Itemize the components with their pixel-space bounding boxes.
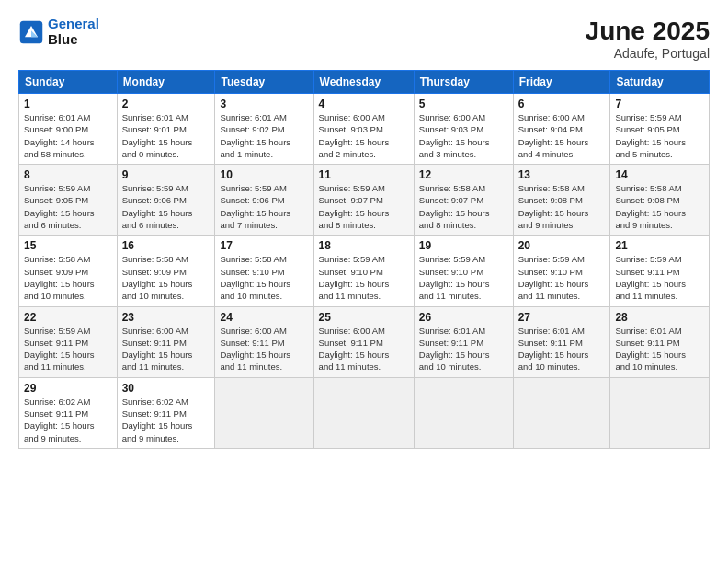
- day-info: Sunrise: 6:01 AMSunset: 9:11 PMDaylight:…: [518, 325, 606, 373]
- calendar-subtitle: Adaufe, Portugal: [586, 46, 710, 61]
- day-info: Sunrise: 5:58 AMSunset: 9:07 PMDaylight:…: [419, 182, 508, 231]
- calendar-cell: 26Sunrise: 6:01 AMSunset: 9:11 PMDayligh…: [414, 306, 513, 377]
- day-info: Sunrise: 5:59 AMSunset: 9:10 PMDaylight:…: [518, 253, 606, 302]
- weekday-header: Wednesday: [313, 71, 414, 94]
- calendar-cell: 4Sunrise: 6:00 AMSunset: 9:03 PMDaylight…: [313, 94, 414, 165]
- day-number: 28: [615, 311, 704, 324]
- calendar-cell: 11Sunrise: 5:59 AMSunset: 9:07 PMDayligh…: [313, 165, 414, 236]
- day-info: Sunrise: 5:58 AMSunset: 9:08 PMDaylight:…: [615, 182, 704, 231]
- day-info: Sunrise: 6:01 AMSunset: 9:02 PMDaylight:…: [220, 111, 308, 160]
- day-number: 14: [615, 168, 704, 181]
- logo-icon: [18, 19, 44, 45]
- calendar-cell: 19Sunrise: 5:59 AMSunset: 9:10 PMDayligh…: [414, 236, 513, 306]
- day-number: 17: [220, 239, 308, 252]
- calendar-cell: 15Sunrise: 5:58 AMSunset: 9:09 PMDayligh…: [19, 236, 118, 306]
- weekday-header: Sunday: [19, 71, 118, 94]
- calendar-cell: 21Sunrise: 5:59 AMSunset: 9:11 PMDayligh…: [610, 236, 710, 306]
- day-number: 4: [319, 98, 409, 110]
- day-number: 27: [518, 311, 606, 324]
- day-number: 20: [518, 239, 606, 252]
- logo: General Blue: [18, 17, 99, 47]
- day-number: 11: [319, 168, 409, 181]
- day-info: Sunrise: 5:58 AMSunset: 9:09 PMDaylight:…: [122, 253, 210, 302]
- calendar-week-row: 29Sunrise: 6:02 AMSunset: 9:11 PMDayligh…: [19, 377, 710, 448]
- weekday-header: Monday: [117, 71, 215, 94]
- day-info: Sunrise: 6:02 AMSunset: 9:11 PMDaylight:…: [24, 396, 112, 444]
- day-info: Sunrise: 5:59 AMSunset: 9:06 PMDaylight:…: [220, 182, 308, 231]
- calendar-title: June 2025: [586, 17, 710, 46]
- calendar-cell: 23Sunrise: 6:00 AMSunset: 9:11 PMDayligh…: [117, 306, 215, 377]
- day-info: Sunrise: 6:00 AMSunset: 9:11 PMDaylight:…: [220, 325, 308, 373]
- calendar-cell: 1Sunrise: 6:01 AMSunset: 9:00 PMDaylight…: [19, 94, 118, 165]
- day-info: Sunrise: 5:58 AMSunset: 9:09 PMDaylight:…: [24, 253, 112, 302]
- calendar-cell: 27Sunrise: 6:01 AMSunset: 9:11 PMDayligh…: [513, 306, 610, 377]
- calendar-cell: 3Sunrise: 6:01 AMSunset: 9:02 PMDaylight…: [215, 94, 313, 165]
- day-number: 3: [220, 98, 308, 110]
- calendar-cell: [414, 377, 513, 448]
- day-info: Sunrise: 6:01 AMSunset: 9:11 PMDaylight:…: [419, 325, 508, 373]
- day-info: Sunrise: 6:01 AMSunset: 9:00 PMDaylight:…: [24, 111, 112, 160]
- day-number: 21: [615, 239, 704, 252]
- day-info: Sunrise: 6:01 AMSunset: 9:11 PMDaylight:…: [615, 325, 704, 373]
- calendar-table: SundayMondayTuesdayWednesdayThursdayFrid…: [18, 70, 710, 449]
- calendar-cell: [513, 377, 610, 448]
- day-number: 9: [122, 168, 210, 181]
- page: General Blue June 2025 Adaufe, Portugal …: [0, 0, 728, 563]
- day-info: Sunrise: 5:59 AMSunset: 9:05 PMDaylight:…: [24, 182, 112, 231]
- day-info: Sunrise: 5:58 AMSunset: 9:08 PMDaylight:…: [518, 182, 606, 231]
- calendar-cell: [313, 377, 414, 448]
- day-info: Sunrise: 6:00 AMSunset: 9:11 PMDaylight:…: [319, 325, 409, 373]
- calendar-cell: 30Sunrise: 6:02 AMSunset: 9:11 PMDayligh…: [117, 377, 215, 448]
- calendar-cell: 17Sunrise: 5:58 AMSunset: 9:10 PMDayligh…: [215, 236, 313, 306]
- calendar-cell: 28Sunrise: 6:01 AMSunset: 9:11 PMDayligh…: [610, 306, 710, 377]
- weekday-header: Saturday: [610, 71, 710, 94]
- calendar-cell: 5Sunrise: 6:00 AMSunset: 9:03 PMDaylight…: [414, 94, 513, 165]
- calendar-cell: 6Sunrise: 6:00 AMSunset: 9:04 PMDaylight…: [513, 94, 610, 165]
- calendar-cell: 20Sunrise: 5:59 AMSunset: 9:10 PMDayligh…: [513, 236, 610, 306]
- calendar-cell: [215, 377, 313, 448]
- day-info: Sunrise: 5:59 AMSunset: 9:10 PMDaylight:…: [319, 253, 409, 302]
- calendar-cell: 22Sunrise: 5:59 AMSunset: 9:11 PMDayligh…: [19, 306, 118, 377]
- day-info: Sunrise: 6:00 AMSunset: 9:03 PMDaylight:…: [419, 111, 508, 160]
- day-info: Sunrise: 6:00 AMSunset: 9:04 PMDaylight:…: [518, 111, 606, 160]
- day-info: Sunrise: 5:58 AMSunset: 9:10 PMDaylight:…: [220, 253, 308, 302]
- logo-text: General Blue: [48, 17, 99, 47]
- day-number: 12: [419, 168, 508, 181]
- day-number: 23: [122, 311, 210, 324]
- header: General Blue June 2025 Adaufe, Portugal: [18, 17, 710, 61]
- calendar-cell: 9Sunrise: 5:59 AMSunset: 9:06 PMDaylight…: [117, 165, 215, 236]
- calendar-cell: 18Sunrise: 5:59 AMSunset: 9:10 PMDayligh…: [313, 236, 414, 306]
- day-number: 2: [122, 98, 210, 110]
- day-info: Sunrise: 6:00 AMSunset: 9:03 PMDaylight:…: [319, 111, 409, 160]
- day-number: 18: [319, 239, 409, 252]
- day-info: Sunrise: 5:59 AMSunset: 9:07 PMDaylight:…: [319, 182, 409, 231]
- calendar-cell: 24Sunrise: 6:00 AMSunset: 9:11 PMDayligh…: [215, 306, 313, 377]
- day-number: 13: [518, 168, 606, 181]
- calendar-cell: [610, 377, 710, 448]
- day-number: 25: [319, 311, 409, 324]
- day-number: 29: [24, 382, 112, 395]
- day-number: 8: [24, 168, 112, 181]
- day-number: 26: [419, 311, 508, 324]
- day-number: 30: [122, 382, 210, 395]
- calendar-cell: 8Sunrise: 5:59 AMSunset: 9:05 PMDaylight…: [19, 165, 118, 236]
- calendar-week-row: 8Sunrise: 5:59 AMSunset: 9:05 PMDaylight…: [19, 165, 710, 236]
- calendar-cell: 10Sunrise: 5:59 AMSunset: 9:06 PMDayligh…: [215, 165, 313, 236]
- calendar-cell: 29Sunrise: 6:02 AMSunset: 9:11 PMDayligh…: [19, 377, 118, 448]
- day-info: Sunrise: 5:59 AMSunset: 9:06 PMDaylight:…: [122, 182, 210, 231]
- logo-line1: General: [48, 16, 99, 31]
- weekday-header: Thursday: [414, 71, 513, 94]
- weekday-header: Friday: [513, 71, 610, 94]
- calendar-cell: 13Sunrise: 5:58 AMSunset: 9:08 PMDayligh…: [513, 165, 610, 236]
- calendar-cell: 16Sunrise: 5:58 AMSunset: 9:09 PMDayligh…: [117, 236, 215, 306]
- calendar-cell: 14Sunrise: 5:58 AMSunset: 9:08 PMDayligh…: [610, 165, 710, 236]
- day-number: 6: [518, 98, 606, 110]
- day-info: Sunrise: 6:01 AMSunset: 9:01 PMDaylight:…: [122, 111, 210, 160]
- day-number: 19: [419, 239, 508, 252]
- day-number: 7: [615, 98, 704, 110]
- day-info: Sunrise: 5:59 AMSunset: 9:11 PMDaylight:…: [24, 325, 112, 373]
- day-info: Sunrise: 5:59 AMSunset: 9:10 PMDaylight:…: [419, 253, 508, 302]
- day-info: Sunrise: 5:59 AMSunset: 9:05 PMDaylight:…: [615, 111, 704, 160]
- day-number: 22: [24, 311, 112, 324]
- calendar-cell: 7Sunrise: 5:59 AMSunset: 9:05 PMDaylight…: [610, 94, 710, 165]
